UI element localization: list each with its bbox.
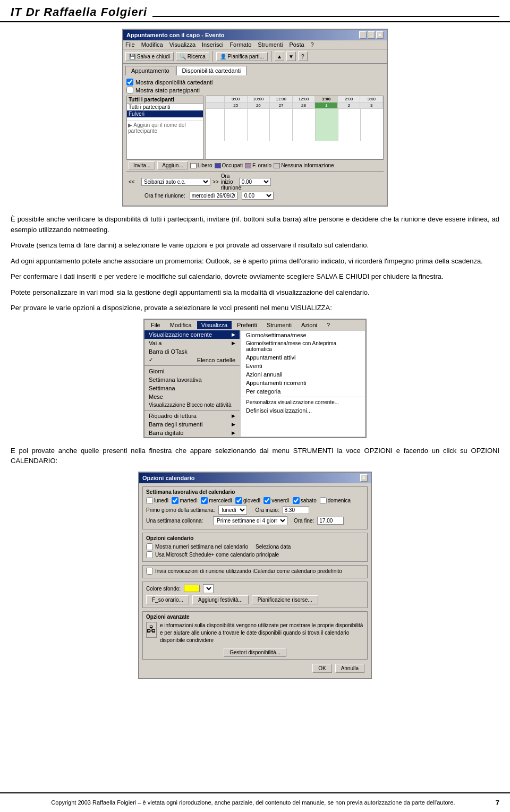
menu-item-vai[interactable]: Vai a ▶ xyxy=(144,339,240,347)
nav-btn-prev[interactable]: << xyxy=(129,179,139,185)
pianifica-btn[interactable]: 👤 Pianifica parti... xyxy=(216,52,268,61)
color-select[interactable] xyxy=(203,584,214,593)
opts-ok-btn[interactable]: OK xyxy=(312,664,332,673)
close-button[interactable]: ✕ xyxy=(376,31,384,39)
gestori-disponibilita-btn[interactable]: Gestori disponibilità... xyxy=(224,648,286,657)
opts-cancel-btn[interactable]: Annulla xyxy=(335,664,364,673)
submenu-appuntamenti-attivi[interactable]: Appuntamenti attivi xyxy=(241,353,365,362)
color-swatch[interactable] xyxy=(184,585,200,592)
arrow-down-btn[interactable]: ▼ xyxy=(286,52,296,61)
day-domenica-check[interactable] xyxy=(320,497,327,504)
end-time-select[interactable]: 0.00 xyxy=(242,192,274,200)
menu-item-settimana-lav[interactable]: Settimana lavorativa xyxy=(144,375,240,384)
week-start-row: Primo giorno della settimana: lunedì Ora… xyxy=(146,506,364,515)
menu-visualizza[interactable]: Visualizza xyxy=(169,41,196,48)
cal-opts-body: Settimana lavorativa del calendario lune… xyxy=(139,483,371,678)
day-sabato-check[interactable] xyxy=(293,497,300,504)
menu-strumenti[interactable]: Strumenti xyxy=(258,41,283,48)
resource-text: e informazioni sulla disponibilità vengo… xyxy=(160,622,364,644)
day-venerdi-check[interactable] xyxy=(264,497,270,504)
menu-help[interactable]: ? xyxy=(311,41,314,48)
start-date-select[interactable]: Scibanzi auto c.c. xyxy=(141,178,210,186)
nav-btn-next[interactable]: >> xyxy=(212,179,219,185)
pianificazione-risorse-btn[interactable]: Pianificazione risorse... xyxy=(252,595,318,604)
fso-orario-btn[interactable]: F_so orario... xyxy=(146,595,189,604)
submenu-personalizza[interactable]: Personalizza visualizzazione corrente... xyxy=(241,398,365,406)
menu-formato[interactable]: Formato xyxy=(230,41,251,48)
submenu-giorno-settimana[interactable]: Giorno/settimana/mese xyxy=(241,331,365,339)
menu-inserisci[interactable]: Inserisci xyxy=(202,41,223,48)
aggiun-btn[interactable]: Aggiun... xyxy=(157,161,188,169)
submenu-azioni-annuali[interactable]: Azioni annuali xyxy=(241,370,365,379)
menu-bar-file[interactable]: File xyxy=(147,321,165,329)
menu-item-barra-digitato[interactable]: Barra digitato ▶ xyxy=(144,429,240,437)
menu-file[interactable]: File xyxy=(125,41,135,48)
end-date-label: Ora fine riunione: xyxy=(144,193,185,199)
icalendar-check[interactable] xyxy=(146,568,153,575)
maximize-button[interactable]: □ xyxy=(368,31,375,39)
participant-fulveri[interactable]: Fulveri xyxy=(127,110,203,117)
tab-appuntamento[interactable]: Appuntamento xyxy=(125,66,175,75)
end-date-input[interactable] xyxy=(190,192,237,200)
mostra-disponibilita-check[interactable] xyxy=(126,79,133,86)
paragraph-6: Per provare le varie opzioni a disposizi… xyxy=(11,303,499,313)
day-domenica: domenica xyxy=(320,497,351,504)
menu-item-riquadro[interactable]: Riquadro di lettura ▶ xyxy=(144,412,240,420)
submenu-arrow-barrastr: ▶ xyxy=(232,422,235,427)
ricerca-btn[interactable]: 🔍 Ricerca xyxy=(176,52,209,61)
legend-none-box xyxy=(274,163,280,168)
menu-item-settimana[interactable]: Settimana xyxy=(144,384,240,392)
day-mercoledi: mercoledì xyxy=(201,497,232,504)
window-menubar-1[interactable]: File Modifica Visualizza Inserisci Forma… xyxy=(123,40,387,49)
menu-item-giorni[interactable]: Giorni xyxy=(144,367,240,375)
menu-item-barra-strumenti[interactable]: Barra degli strumenti ▶ xyxy=(144,420,240,429)
menu-bar-modifica[interactable]: Modifica xyxy=(166,321,196,329)
menu-item-elenco-cartelle[interactable]: ✓ Elenco cartelle xyxy=(144,356,240,364)
submenu-definisci[interactable]: Definisci visualizzazioni... xyxy=(241,406,365,415)
day-martedi: martedì xyxy=(172,497,198,504)
outlook-appointment-window: Appuntamento con il capo - Evento _ □ ✕ … xyxy=(122,29,388,207)
submenu-eventi[interactable]: Eventi xyxy=(241,362,365,370)
menu-bar-preferiti[interactable]: Preferiti xyxy=(233,321,261,329)
menu-bar-azioni[interactable]: Azioni xyxy=(297,321,321,329)
day-sabato: sabato xyxy=(293,497,317,504)
cal-opts-close[interactable]: ✕ xyxy=(360,474,368,482)
mostra-stato-check[interactable] xyxy=(126,87,133,93)
start-time-select[interactable]: 0.00 xyxy=(239,178,271,186)
submenu-appuntamenti-ric[interactable]: Appuntamenti ricorrenti xyxy=(241,379,365,387)
start-time-label: Ora inizio: xyxy=(256,507,279,513)
submenu-per-categoria[interactable]: Per categoria xyxy=(241,387,365,396)
menu-modifica[interactable]: Modifica xyxy=(141,41,163,48)
numeri-settimana-check[interactable] xyxy=(146,543,153,550)
week-display-select[interactable]: Prime settimane di 4 giorni xyxy=(213,516,287,525)
day-mercoledi-check[interactable] xyxy=(201,497,208,504)
arrow-up-btn[interactable]: ▲ xyxy=(275,52,284,61)
page-header: IT Dr Raffaella Folgieri xyxy=(0,0,510,22)
day-martedi-label: martedì xyxy=(180,498,198,503)
tab-disponibilita[interactable]: Disponibilità cartedanti xyxy=(176,66,247,75)
save-close-btn[interactable]: 💾 Salva e chiudi xyxy=(125,52,174,61)
legend-busy: Occupati xyxy=(215,163,243,168)
schedule-check[interactable] xyxy=(146,551,153,558)
invita-btn[interactable]: Invita... xyxy=(129,161,155,169)
minimize-button[interactable]: _ xyxy=(359,31,367,39)
menu-bar-visualizza[interactable]: Visualizza xyxy=(197,321,232,329)
start-week-select[interactable]: lunedì xyxy=(218,506,247,515)
aggiungi-festivita-btn[interactable]: Aggiungi festività... xyxy=(192,595,249,604)
menu-bar-help[interactable]: ? xyxy=(322,321,334,329)
menu-posta[interactable]: Posta xyxy=(289,41,304,48)
menu-item-mese[interactable]: Mese xyxy=(144,392,240,401)
menu-item-visualizzazione-corrente[interactable]: Visualizzazione corrente ▶ xyxy=(144,330,240,339)
day-martedi-check[interactable] xyxy=(172,497,178,504)
menu-item-barra-otask[interactable]: Barra di OTask xyxy=(144,347,240,356)
menu-bar-strumenti[interactable]: Strumenti xyxy=(262,321,296,329)
menu-item-giorni-label: Giorni xyxy=(149,368,164,374)
submenu-giorno-anteprima[interactable]: Giorno/settimana/mese con Anteprima auto… xyxy=(241,339,365,353)
day-giovedi-check[interactable] xyxy=(235,497,242,504)
help-btn[interactable]: ? xyxy=(298,52,308,61)
end-time-input[interactable] xyxy=(317,517,344,525)
day-lunedi-check[interactable] xyxy=(146,497,153,504)
menu-item-blocco-note[interactable]: Visualizzazione Blocco note attività xyxy=(144,401,240,409)
start-time-input[interactable] xyxy=(283,506,309,514)
legend-free-box xyxy=(190,163,197,168)
